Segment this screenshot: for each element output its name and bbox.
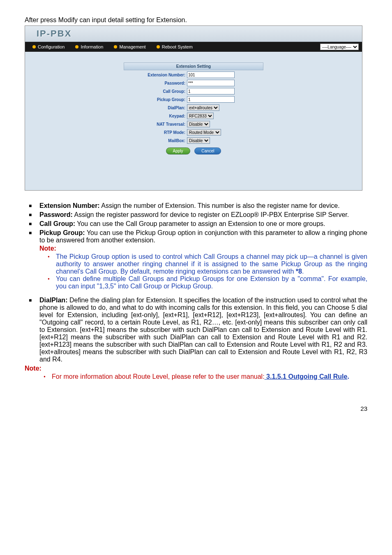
item-pickup-group: Pickup Group: You can use the Pickup Gro… — [25, 229, 367, 290]
label-mailbox: MailBox: — [124, 138, 187, 143]
app-logo: IP-PBX — [25, 28, 71, 39]
label-extension-number: Extension Number: — [124, 73, 187, 77]
note-pickup-1: The Pickup Group option is used to contr… — [48, 253, 367, 275]
label-rtp-mode: RTP Mode: — [124, 130, 187, 135]
note-text: For more information about Route Level, … — [52, 373, 265, 380]
select-nat-traversal[interactable]: Disable — [187, 121, 210, 127]
label-pickup-group: Pickup Group: — [124, 97, 187, 102]
menu-configuration[interactable]: Configuration — [28, 44, 69, 49]
label-keypad: Keypad: — [124, 114, 187, 118]
bullet-icon — [32, 45, 36, 48]
input-call-group[interactable] — [187, 88, 235, 94]
menu-reboot-system[interactable]: Reboot System — [152, 44, 197, 49]
menu-management[interactable]: Management — [110, 44, 150, 49]
extension-form: Extension Setting Extension Number: Pass… — [124, 62, 263, 154]
footer-notes: For more information about Route Level, … — [25, 373, 367, 380]
label-nat-traversal: NAT Traversal: — [124, 122, 187, 127]
note-label: Note: — [39, 245, 56, 252]
app-screenshot: IP-PBX Configuration Information Managem… — [25, 25, 362, 191]
logo-bar: IP-PBX — [25, 26, 362, 42]
feature-list: Extension Number: Assign the number of E… — [25, 202, 367, 290]
menu-label: Information — [81, 44, 103, 49]
item-password: Password: Assign the register password f… — [25, 211, 367, 219]
bullet-icon — [75, 45, 78, 48]
select-keypad[interactable]: RFC2833 — [187, 113, 214, 119]
bullet-icon — [114, 45, 117, 48]
label-dialplan: DialPlan: — [124, 106, 187, 110]
language-select[interactable]: ----Language---- — [320, 44, 359, 50]
intro-text: After press Modify can input detail sett… — [25, 16, 367, 24]
input-pickup-group[interactable] — [187, 96, 235, 103]
menu-label: Reboot System — [162, 44, 193, 49]
input-extension-number[interactable] — [187, 71, 235, 78]
pickup-group-notes: The Pickup Group option is used to contr… — [39, 253, 367, 290]
item-call-group: Call Group: You can use the Call Group p… — [25, 220, 367, 228]
cancel-button[interactable]: Cancel — [194, 147, 221, 154]
note-route-level: For more information about Route Level, … — [44, 373, 367, 380]
input-password[interactable] — [187, 80, 235, 86]
menu-label: Management — [119, 44, 145, 49]
bullet-icon — [157, 45, 160, 48]
form-header: Extension Setting — [124, 62, 263, 70]
menu-information[interactable]: Information — [71, 44, 107, 49]
select-dialplan[interactable]: ext+allroutes — [187, 104, 219, 111]
select-rtp-mode[interactable]: Routed Mode — [187, 129, 221, 136]
item-dialplan: DialPlan: Define the dialing plan for Ex… — [25, 297, 367, 363]
note-label-footer: Note: — [25, 365, 42, 372]
select-mailbox[interactable]: Disable — [187, 137, 210, 144]
menu-label: Configuration — [38, 44, 65, 49]
label-password: Password: — [124, 81, 187, 85]
apply-button[interactable]: Apply — [166, 147, 190, 154]
item-extension-number: Extension Number: Assign the number of E… — [25, 202, 367, 210]
note-pickup-2: You can define multiple Call Groups and … — [48, 275, 367, 290]
label-call-group: Call Group: — [124, 89, 187, 94]
manual-link[interactable]: 3.1.5.1 Outgoing Call Rule — [265, 373, 348, 380]
menu-bar: Configuration Information Management Reb… — [25, 42, 362, 52]
page-number: 23 — [25, 405, 367, 412]
feature-list-2: DialPlan: Define the dialing plan for Ex… — [25, 297, 367, 363]
